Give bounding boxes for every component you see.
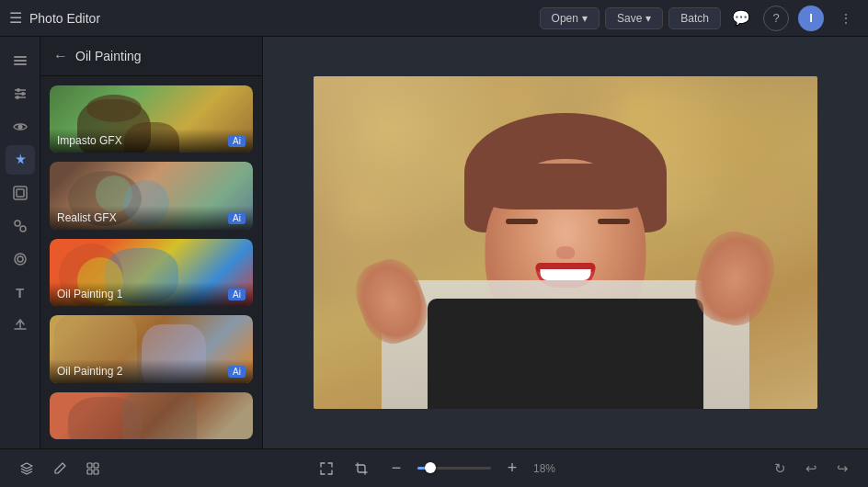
effect-impasto[interactable]: Impasto GFX Ai xyxy=(50,85,253,153)
panel-title: Oil Painting xyxy=(75,49,142,63)
zoom-percent: 18% xyxy=(533,462,561,475)
sidebar-layers[interactable] xyxy=(6,46,35,75)
effect-label-realist: Realist GFX xyxy=(50,206,253,230)
svg-point-15 xyxy=(17,256,23,262)
svg-point-14 xyxy=(15,254,26,265)
svg-rect-18 xyxy=(87,470,92,474)
effect-oil3[interactable] xyxy=(50,392,253,439)
sidebar-objects[interactable] xyxy=(6,211,35,241)
zoom-slider-thumb xyxy=(425,462,436,473)
chevron-down-icon: ▾ xyxy=(582,12,588,25)
svg-rect-19 xyxy=(94,470,98,474)
svg-rect-16 xyxy=(87,463,92,468)
svg-rect-11 xyxy=(17,189,24,197)
sidebar-mask[interactable] xyxy=(6,244,35,274)
svg-rect-1 xyxy=(14,60,27,62)
bottom-left xyxy=(13,455,107,482)
sidebar-frames[interactable] xyxy=(6,178,35,208)
redo-btn[interactable]: ↪ xyxy=(829,456,855,481)
zoom-slider[interactable] xyxy=(417,467,491,470)
svg-rect-0 xyxy=(14,63,27,65)
help-icon[interactable]: ? xyxy=(763,6,789,31)
canvas-area xyxy=(263,37,868,448)
bottom-center: − + 18% xyxy=(112,455,761,482)
panel-header: ← Oil Painting xyxy=(40,37,262,76)
photo-shirt xyxy=(428,299,703,409)
bottom-bar: − + 18% ↻ ↩ ↪ xyxy=(0,448,868,487)
zoom-out-btn[interactable]: − xyxy=(383,455,410,482)
topbar-center: Open ▾ Save ▾ Batch xyxy=(540,7,721,29)
svg-rect-10 xyxy=(14,187,27,199)
app-title: Photo Editor xyxy=(29,11,100,26)
svg-rect-17 xyxy=(94,463,98,468)
zoom-in-btn[interactable]: + xyxy=(498,455,526,482)
sidebar-adjustments[interactable] xyxy=(6,79,35,108)
refresh-btn[interactable]: ↻ xyxy=(767,456,793,481)
topbar-right: 💬 ? I ⋮ xyxy=(728,6,859,31)
ai-badge-oil1: Ai xyxy=(228,289,246,300)
effects-panel: ← Oil Painting Impasto GFX Ai Re xyxy=(40,37,263,448)
svg-rect-2 xyxy=(14,56,27,58)
fit-screen-btn[interactable] xyxy=(313,455,340,482)
effects-list: Impasto GFX Ai Realist GFX Ai xyxy=(40,76,262,448)
undo-btn[interactable]: ↩ xyxy=(798,456,824,481)
icon-sidebar: T xyxy=(0,37,40,448)
photo-container xyxy=(314,76,817,409)
svg-point-4 xyxy=(17,88,20,92)
sidebar-text[interactable]: T xyxy=(6,277,35,307)
menu-icon[interactable]: ☰ xyxy=(9,9,22,27)
effect-oil1[interactable]: Oil Painting 1 Ai xyxy=(50,239,253,306)
svg-point-6 xyxy=(21,92,25,96)
edit-btn[interactable] xyxy=(46,455,74,482)
avatar[interactable]: I xyxy=(798,6,824,31)
effect-label-impasto: Impasto GFX xyxy=(50,129,253,153)
svg-point-12 xyxy=(15,221,20,226)
effect-thumb-oil3 xyxy=(50,392,253,439)
effect-oil2[interactable]: Oil Painting 2 Ai xyxy=(50,315,253,382)
more-icon[interactable]: ⋮ xyxy=(833,6,859,31)
bottom-right: ↻ ↩ ↪ xyxy=(767,456,855,481)
crop-btn[interactable] xyxy=(348,455,375,482)
effect-label-oil1: Oil Painting 1 xyxy=(50,282,253,306)
sidebar-eye[interactable] xyxy=(6,112,35,142)
effect-realist[interactable]: Realist GFX Ai xyxy=(50,162,253,229)
sidebar-export[interactable] xyxy=(6,311,35,340)
main-area: T ← Oil Painting Impasto GFX Ai xyxy=(0,37,868,448)
effect-label-oil2: Oil Painting 2 xyxy=(50,359,253,383)
back-button[interactable]: ← xyxy=(53,48,68,64)
layers-btn[interactable] xyxy=(13,455,40,482)
svg-point-13 xyxy=(20,226,26,232)
ai-badge-oil2: Ai xyxy=(228,366,246,378)
ai-badge-impasto: Ai xyxy=(228,135,246,147)
save-button[interactable]: Save ▾ xyxy=(605,7,663,29)
ai-badge-realist: Ai xyxy=(228,212,246,224)
svg-point-8 xyxy=(16,96,19,99)
open-button[interactable]: Open ▾ xyxy=(540,7,600,29)
comment-icon[interactable]: 💬 xyxy=(728,6,754,31)
topbar: ☰ Photo Editor Open ▾ Save ▾ Batch 💬 ? I… xyxy=(0,0,868,37)
topbar-left: ☰ Photo Editor xyxy=(9,9,532,27)
grid-btn[interactable] xyxy=(79,455,107,482)
batch-button[interactable]: Batch xyxy=(668,7,721,29)
sidebar-effects[interactable] xyxy=(6,145,35,175)
svg-point-9 xyxy=(17,125,22,130)
chevron-down-icon: ▾ xyxy=(645,12,651,25)
